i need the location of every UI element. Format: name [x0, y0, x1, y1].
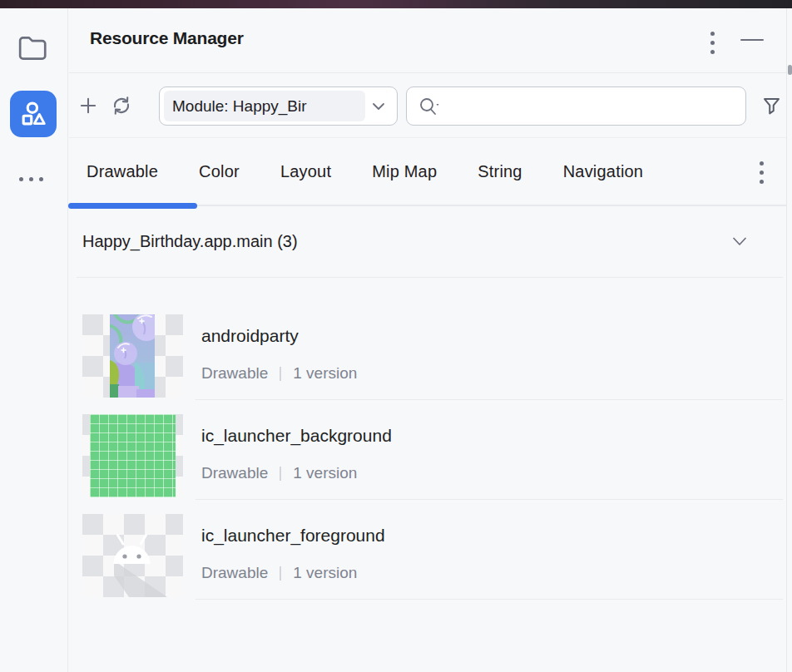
- tab-navigation[interactable]: Navigation: [563, 162, 644, 181]
- resource-type: Drawable: [201, 564, 268, 582]
- resource-name: androidparty: [201, 326, 299, 346]
- androidparty-artwork: [110, 314, 155, 398]
- minimize-icon: [740, 39, 764, 41]
- chevron-down-icon: [370, 101, 387, 112]
- resource-type: Drawable: [201, 364, 268, 383]
- kebab-menu-icon: [760, 161, 764, 184]
- sidebar-item-project[interactable]: [17, 35, 49, 62]
- resource-toolbar: Module: Happy_Bir: [69, 73, 786, 138]
- panel-options-button[interactable]: [701, 27, 723, 58]
- resource-meta: Drawable 1 version: [201, 364, 357, 383]
- resource-manager-panel: Resource Manager: [0, 0, 792, 672]
- resource-group-header[interactable]: Happy_Birthday.app.main (3): [69, 207, 786, 278]
- tab-string[interactable]: String: [478, 162, 522, 181]
- sidebar-item-resource-manager[interactable]: [10, 91, 57, 137]
- green-grid-artwork: [90, 414, 176, 497]
- refresh-icon: [110, 94, 133, 117]
- resource-thumbnail: [82, 314, 183, 398]
- module-dropdown[interactable]: Module: Happy_Bir: [159, 86, 398, 126]
- resource-manager-icon: [18, 99, 48, 129]
- ellipsis-icon: [19, 177, 43, 181]
- tab-drawable[interactable]: Drawable: [87, 162, 158, 181]
- search-input[interactable]: [449, 87, 745, 125]
- resource-type-tabs: Drawable Color Layout Mip Map String Nav…: [69, 138, 786, 206]
- resource-versions: 1 version: [293, 364, 357, 383]
- tab-layout[interactable]: Layout: [280, 162, 331, 181]
- panel-header: Resource Manager: [69, 8, 786, 73]
- search-field[interactable]: [406, 86, 746, 126]
- more-tabs-button[interactable]: [751, 156, 771, 188]
- sidebar-item-more[interactable]: [19, 173, 49, 185]
- resource-type: Drawable: [201, 464, 268, 482]
- window-title-bar: [0, 0, 792, 8]
- hide-panel-button[interactable]: [737, 25, 767, 55]
- resource-name: ic_launcher_background: [201, 426, 392, 446]
- filter-icon: [760, 95, 783, 117]
- resource-row-ic-launcher-background[interactable]: ic_launcher_background Drawable 1 versio…: [0, 414, 792, 514]
- divider: [196, 499, 783, 500]
- chevron-down-icon[interactable]: [730, 235, 749, 248]
- tab-mip-map[interactable]: Mip Map: [372, 162, 437, 181]
- plus-icon: [77, 95, 99, 116]
- resource-versions: 1 version: [293, 464, 357, 482]
- divider: [196, 399, 783, 400]
- resource-thumbnail: [82, 514, 183, 597]
- tab-color[interactable]: Color: [199, 162, 240, 181]
- module-dropdown-value: Module: Happy_Bir: [172, 97, 307, 116]
- resource-row-androidparty[interactable]: androidparty Drawable 1 version: [0, 314, 792, 414]
- meta-separator: [280, 367, 281, 381]
- tab-list: Drawable Color Layout Mip Map String Nav…: [87, 138, 643, 205]
- meta-separator: [280, 467, 281, 481]
- divider: [196, 599, 783, 600]
- resource-name: ic_launcher_foreground: [201, 526, 385, 546]
- scrollbar-thumb[interactable]: [788, 65, 792, 75]
- scrollbar-track[interactable]: [786, 8, 792, 672]
- refresh-button[interactable]: [108, 92, 135, 119]
- divider: [77, 277, 783, 278]
- filter-button[interactable]: [758, 92, 785, 119]
- page-title: Resource Manager: [90, 28, 244, 48]
- add-resource-button[interactable]: [75, 92, 101, 119]
- resource-row-ic-launcher-foreground[interactable]: ic_launcher_foreground Drawable 1 versio…: [0, 514, 792, 614]
- kebab-menu-icon: [710, 32, 715, 54]
- resource-meta: Drawable 1 version: [201, 464, 357, 482]
- android-robot-artwork: [82, 514, 183, 597]
- resource-meta: Drawable 1 version: [201, 564, 357, 582]
- resource-versions: 1 version: [293, 564, 357, 582]
- search-icon: [418, 96, 443, 117]
- group-title: Happy_Birthday.app.main (3): [82, 232, 298, 251]
- folder-icon: [17, 35, 49, 62]
- meta-separator: [280, 566, 281, 581]
- resource-thumbnail: [82, 414, 183, 497]
